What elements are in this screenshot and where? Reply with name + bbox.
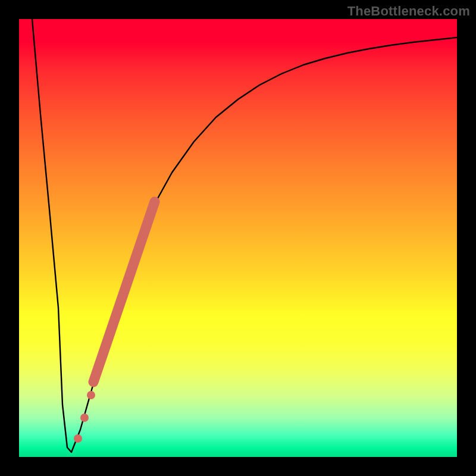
plot-area xyxy=(19,19,457,457)
highlight-segment xyxy=(93,202,155,382)
chart-overlay xyxy=(19,19,457,457)
near-min-dot xyxy=(80,414,89,422)
bottleneck-curve xyxy=(32,19,457,452)
watermark-text: TheBottleneck.com xyxy=(347,4,470,19)
near-min-dot xyxy=(87,391,95,399)
near-min-dot xyxy=(74,434,82,443)
chart-frame: TheBottleneck.com xyxy=(0,0,476,476)
